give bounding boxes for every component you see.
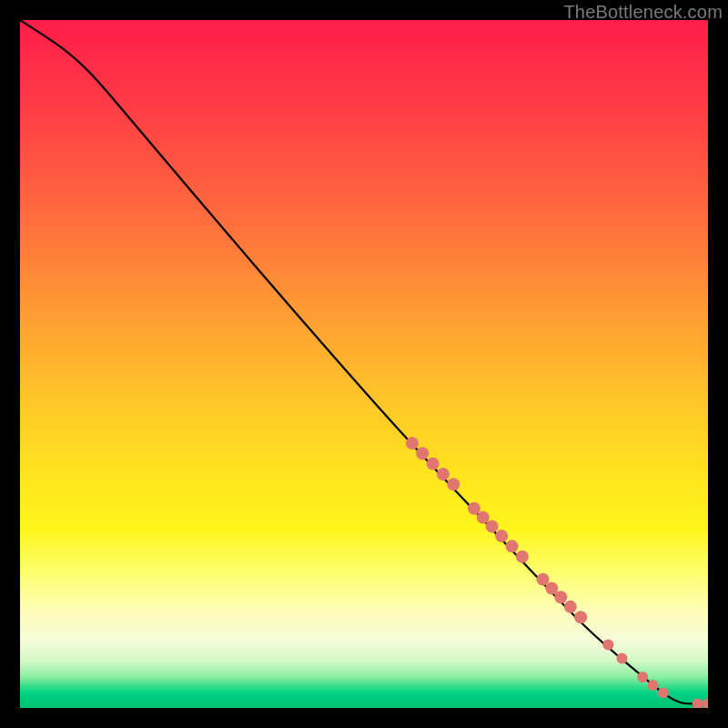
heat-gradient-background: [20, 20, 708, 708]
watermark-label: TheBottleneck.com: [563, 2, 723, 23]
chart-stage: TheBottleneck.com: [0, 0, 728, 728]
plot-area: [20, 20, 708, 708]
